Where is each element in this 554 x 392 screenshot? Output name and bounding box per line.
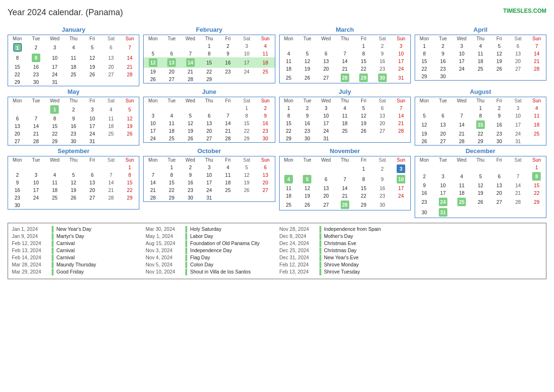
day-of-week-header: Tue [162,156,181,164]
calendar-day: 23 [27,71,45,78]
calendar-day: 1 [279,104,298,112]
calendar-day: 28 [527,65,546,73]
calendar-day: 11 [471,50,490,57]
calendar-day [200,104,219,112]
calendar-day: 3 [392,42,411,50]
calendar-day: 18 [256,57,275,68]
calendar-day: 25 [101,130,120,137]
month-march: MarchMonTueWedThuFriSatSun12345678910111… [279,26,411,86]
calendar-day: 3 [317,104,336,112]
calendar-day: 1 [120,164,139,171]
calendar-day: 31 [392,73,411,83]
day-of-week-header: Sat [237,97,256,105]
calendar-day [317,42,336,50]
day-of-week-header: Tue [27,156,45,164]
calendar-week-row: 18192021222324 [279,65,410,73]
calendar-day: 17 [392,57,411,65]
calendar-day: 23 [8,194,27,201]
calendar-day: 14 [527,50,546,57]
calendar-day: 11 [279,57,298,65]
calendar-day: 19 [120,122,139,130]
calendar-day: 6 [162,50,181,57]
calendar-day [64,78,83,86]
calendar-day: 15 [471,119,490,130]
day-of-week-header: Wed [452,35,471,43]
calendar-day: 30 [256,135,275,143]
calendar-week-row: 123 [279,164,410,174]
calendar-day: 29 [527,197,546,207]
calendars-grid: JanuaryMonTueWedThuFriSatSun123456789101… [8,26,546,218]
holiday-color-bar [52,240,54,247]
calendar-day: 24 [509,130,527,137]
calendar-day: 26 [181,135,200,143]
calendar-day: 25 [64,71,83,78]
calendar-day: 18 [101,122,120,130]
calendar-day: 19 [298,192,317,200]
calendar-day: 21 [336,65,354,73]
day-of-week-header: Tue [434,97,453,105]
calendar-day: 9 [373,50,392,57]
day-of-week-header: Thu [200,97,219,105]
calendar-day: 3 [144,112,163,119]
calendar-day: 1 [200,42,219,50]
calendar-day: 6 [83,171,102,179]
calendar-day: 31 [200,194,219,202]
calendar-day: 24 [392,192,411,200]
calendar-day: 2 [373,164,392,174]
month-january: JanuaryMonTueWedThuFriSatSun123456789101… [8,26,139,86]
holiday-name: Shrove Tuesday [324,269,360,275]
calendar-day: 8 [471,112,490,119]
calendar-week-row: 6789101112 [8,115,139,122]
calendar-day: 13 [317,57,336,65]
calendar-day: 3 [27,171,45,179]
day-of-week-header: Tue [27,35,45,43]
calendar-day: 6 [8,115,27,122]
holiday-date: Feb 12, 2024 [280,262,317,268]
calendar-day [490,73,509,81]
calendar-day: 23 [256,127,275,135]
calendar-day: 29 [237,135,256,143]
calendar-day: 15 [415,57,434,65]
holiday-name: New Year's Day [56,226,91,233]
calendar-day: 15 [527,182,546,189]
day-of-week-header: Sun [527,97,546,105]
calendar-day: 18 [64,63,83,71]
calendar-day: 6 [256,164,275,171]
calendar-day: 31 [509,137,527,146]
holiday-item: Dec 8, 2024Mother's Day [280,233,409,240]
calendar-day: 2 [27,42,45,53]
calendar-day: 14 [181,57,200,68]
calendar-week-row: 12131415161718 [144,57,275,68]
calendar-week-row: 1 [8,164,139,171]
calendar-day: 24 [83,130,102,137]
calendar-day: 29 [279,135,298,143]
calendar-week-row: 28293031 [144,194,275,202]
calendar-day: 5 [237,164,256,171]
calendar-day: 22 [354,192,373,200]
calendar-day: 9 [434,50,453,57]
holiday-date: Nov 5, 2024 [145,262,182,268]
calendar-day: 19 [490,57,509,65]
day-of-week-header: Mon [8,35,27,43]
calendar-day: 24 [237,68,256,75]
calendar-day: 10 [317,112,336,119]
calendar-day: 9 [181,171,200,179]
holiday-item: Nov 10, 2024Shout in Villa de los Santos [145,269,274,275]
calendar-week-row: 2345678 [415,171,546,182]
calendar-day: 14 [452,119,471,130]
calendar-day: 25 [218,186,237,194]
calendar-week-row: 1234 [144,42,275,50]
calendar-day: 11 [452,182,471,189]
calendar-day: 6 [200,112,219,119]
calendar-day: 5 [120,104,139,115]
holidays-section: Jan 1, 2024New Year's DayJan 9, 2024Mart… [8,223,546,279]
calendar-day: 11 [64,53,83,63]
calendar-day [8,164,27,171]
day-of-week-header: Fri [83,35,102,43]
calendar-day: 13 [256,171,275,179]
site-link[interactable]: TIMESLES.COM [503,8,546,14]
calendar-day: 17 [27,186,45,194]
calendar-day [509,207,527,218]
calendar-day: 29 [162,194,181,202]
day-of-week-header: Sat [509,35,527,43]
